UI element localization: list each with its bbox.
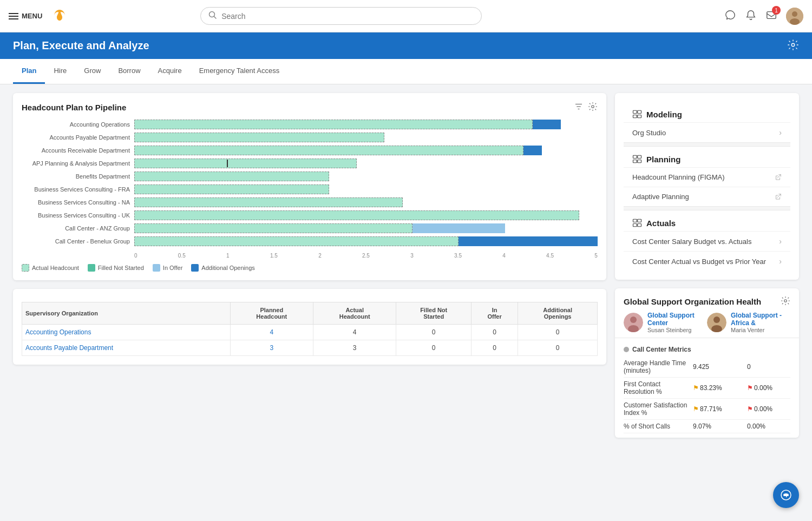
person2-name[interactable]: Global Support - Africa & (731, 312, 790, 327)
headcount-planning-item[interactable]: Headcount Planning (FIGMA) (624, 167, 790, 187)
menu-button[interactable]: MENU (9, 12, 42, 20)
cost-center-actual-item[interactable]: Cost Center Actual vs Budget vs Prior Ye… (624, 251, 790, 271)
metric-row: Average Handle Time (minutes)9.4250 (624, 357, 790, 378)
tab-grow[interactable]: Grow (75, 59, 109, 84)
cost-center-salary-item[interactable]: Cost Center Salary Budget vs. Actuals › (624, 231, 790, 251)
col-org: Supervisory Organization (22, 302, 231, 325)
planned-val: 3 (230, 340, 313, 356)
org-health-settings-icon[interactable] (781, 296, 790, 307)
inbox-icon-button[interactable]: 1 (765, 9, 777, 23)
main-content: Headcount Plan to Pipeline (0, 84, 812, 446)
chevron-right-icon-4: › (779, 257, 782, 266)
bar-area (134, 133, 598, 142)
svg-rect-21 (638, 219, 641, 222)
external-link-icon-2 (774, 193, 782, 201)
filled-val: 0 (396, 325, 472, 340)
chart-bars: Accounting OperationsAccounts Payable De… (22, 120, 598, 250)
flag-red: ⚑ (747, 405, 753, 413)
col-filled: Filled NotStarted (396, 302, 472, 325)
inbox-badge: 1 (772, 6, 781, 15)
bar-label: Business Services Consulting - FRA (22, 186, 130, 193)
col-actual: ActualHeadcount (313, 302, 396, 325)
tab-hire[interactable]: Hire (45, 59, 75, 84)
chat-icon-button[interactable] (724, 9, 736, 23)
page-header: Plan, Execute and Analyze (0, 32, 812, 59)
bar-label: Business Services Consulting - UK (22, 212, 130, 219)
bar-area (134, 172, 598, 181)
chart-title: Headcount Plan to Pipeline (22, 103, 126, 112)
svg-rect-18 (633, 160, 637, 163)
bar-area (134, 159, 598, 168)
bar-area (134, 223, 598, 233)
table-body: Accounting Operations44000Accounts Payab… (22, 325, 598, 356)
person1-name[interactable]: Global Support Center (647, 312, 707, 327)
org-studio-item[interactable]: Org Studio › (624, 122, 790, 142)
chart-container: Accounting OperationsAccounts Payable De… (22, 120, 598, 259)
chart-card-header: Headcount Plan to Pipeline (22, 102, 598, 113)
table-card: Supervisory Organization PlannedHeadcoun… (13, 289, 606, 365)
chart-legend: Actual HeadcountFilled Not StartedIn Off… (22, 264, 598, 272)
svg-rect-23 (638, 224, 641, 227)
planned-val: 4 (230, 325, 313, 340)
bar-area (134, 146, 598, 155)
actual-val: 4 (313, 325, 396, 340)
actuals-title: Actuals (646, 219, 676, 228)
metric-row: Customer Satisfaction Index %⚑87.71%⚑0.0… (624, 399, 790, 420)
svg-rect-17 (638, 155, 641, 158)
org-health-header: Global Support Organization Health (615, 288, 799, 312)
chevron-right-icon-3: › (779, 237, 782, 246)
search-input[interactable] (221, 12, 474, 21)
headcount-table: Supervisory Organization PlannedHeadcoun… (22, 302, 598, 356)
svg-point-6 (790, 18, 800, 25)
section-divider-2 (624, 206, 790, 210)
user-avatar[interactable] (786, 8, 803, 25)
additional-val: 0 (518, 340, 598, 356)
chart-filter-icon[interactable] (574, 102, 584, 113)
svg-rect-19 (638, 160, 641, 163)
org-person-avatar-2 (707, 313, 726, 332)
header-settings-icon[interactable] (787, 39, 799, 52)
search-bar[interactable] (200, 7, 482, 25)
table-row: Accounts Payable Department33000 (22, 340, 598, 356)
tab-emergency[interactable]: Emergency Talent Access (191, 59, 289, 84)
svg-rect-12 (633, 110, 637, 113)
tab-plan[interactable]: Plan (13, 59, 45, 84)
offer-val: 0 (472, 340, 518, 356)
bar-row: APJ Planning & Analysis Department (22, 159, 598, 168)
bar-row: Accounts Receivable Department (22, 146, 598, 155)
notification-icon-button[interactable] (745, 9, 757, 23)
tab-acquire[interactable]: Acquire (149, 59, 191, 84)
planning-icon (632, 154, 642, 164)
svg-rect-14 (633, 115, 637, 118)
org-link[interactable]: Accounting Operations (25, 328, 91, 336)
bar-row: Business Services Consulting - UK (22, 210, 598, 220)
legend-item: Actual Headcount (22, 264, 79, 272)
bar-area (134, 197, 598, 207)
nav-icons: 1 (724, 8, 803, 25)
adaptive-planning-item[interactable]: Adaptive Planning (624, 187, 790, 206)
chart-settings-icon[interactable] (588, 102, 598, 113)
org-person-2: Global Support - Africa & Maria Venter (707, 312, 790, 333)
table-row: Accounting Operations44000 (22, 325, 598, 340)
bar-label: APJ Planning & Analysis Department (22, 160, 130, 167)
top-navigation: MENU (0, 0, 812, 32)
svg-point-11 (592, 105, 594, 108)
svg-point-7 (791, 43, 795, 47)
bar-area (134, 236, 598, 246)
bar-row: Call Center - Benelux Group (22, 236, 598, 246)
planning-header: Planning (624, 147, 790, 167)
svg-point-29 (713, 316, 720, 323)
org-link[interactable]: Accounts Payable Department (25, 344, 113, 352)
page-title: Plan, Execute and Analyze (13, 39, 149, 52)
bar-row: Business Services Consulting - NA (22, 197, 598, 207)
svg-rect-22 (633, 224, 637, 227)
svg-line-2 (214, 17, 217, 19)
workday-logo[interactable] (49, 5, 70, 27)
flag-yellow: ⚑ (693, 384, 699, 392)
bar-area (134, 120, 598, 129)
bar-area (134, 210, 598, 220)
modeling-icon (632, 109, 642, 119)
search-icon (208, 11, 217, 21)
bar-row: Accounts Payable Department (22, 133, 598, 142)
tab-borrow[interactable]: Borrow (109, 59, 149, 84)
